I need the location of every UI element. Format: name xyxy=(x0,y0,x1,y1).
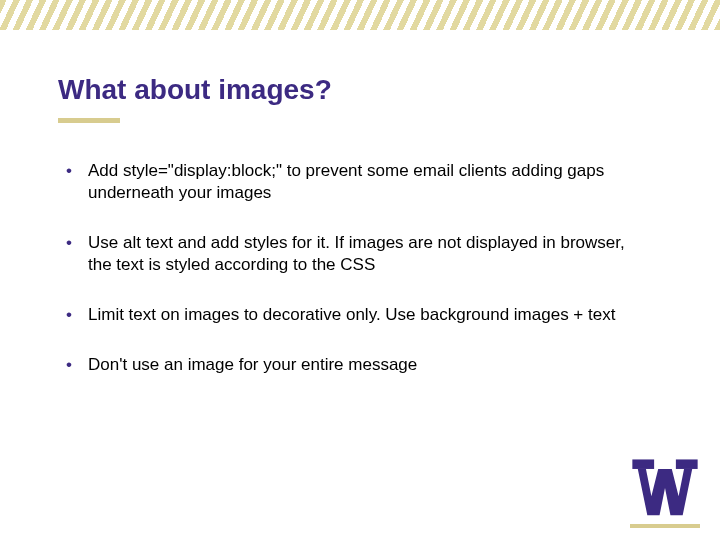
decorative-top-stripe xyxy=(0,0,720,30)
bullet-text: Limit text on images to decorative only.… xyxy=(88,304,646,326)
bullet-icon: • xyxy=(66,160,88,182)
uw-logo-icon xyxy=(630,454,700,522)
title-underline xyxy=(58,118,120,123)
list-item: • Don't use an image for your entire mes… xyxy=(66,354,646,376)
bullet-list: • Add style="display:block;" to prevent … xyxy=(66,160,646,405)
bullet-icon: • xyxy=(66,354,88,376)
bullet-icon: • xyxy=(66,232,88,254)
list-item: • Limit text on images to decorative onl… xyxy=(66,304,646,326)
logo-underline xyxy=(630,524,700,528)
bullet-text: Add style="display:block;" to prevent so… xyxy=(88,160,646,204)
bullet-text: Use alt text and add styles for it. If i… xyxy=(88,232,646,276)
svg-rect-0 xyxy=(632,459,654,469)
bullet-text: Don't use an image for your entire messa… xyxy=(88,354,646,376)
bullet-icon: • xyxy=(66,304,88,326)
svg-rect-1 xyxy=(676,459,698,469)
slide-title: What about images? xyxy=(58,74,332,106)
list-item: • Use alt text and add styles for it. If… xyxy=(66,232,646,276)
list-item: • Add style="display:block;" to prevent … xyxy=(66,160,646,204)
